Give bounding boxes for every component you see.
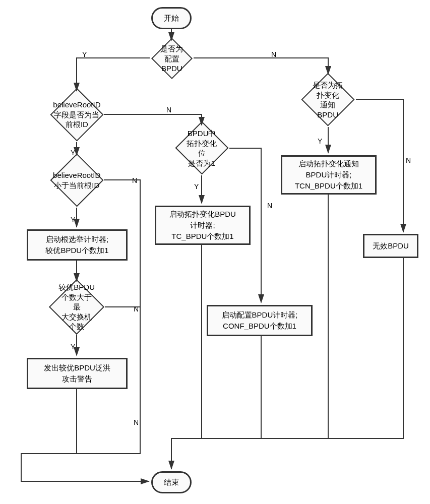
decision-root-id-smaller: believeRootID小于当前根ID (50, 153, 103, 207)
edge-label-y: Y (71, 343, 75, 351)
process-tcn-bpdu-timer: 启动拓扑变化通知BPDU计时器;TCN_BPDU个数加1 (281, 155, 377, 195)
edge-label-y: Y (194, 182, 199, 191)
p5b-label: BPDU计时器; (306, 170, 352, 179)
p4b-label: CONF_BPDU个数加1 (223, 322, 296, 330)
d6b-label: 通知BPDU (318, 100, 339, 119)
p6-label: 无效BPDU (373, 240, 409, 251)
decision-config-bpdu: 是否为配置BPDU (151, 38, 193, 79)
p2a-label: 发出较优BPDU泛洪 (44, 363, 110, 372)
edge-label-n: N (132, 176, 137, 184)
process-invalid-bpdu: 无效BPDU (363, 234, 418, 258)
d6a-label: 是否为拓扑变化 (313, 81, 343, 99)
d2a-label: believeRootID (53, 100, 100, 109)
decision-bpdu-count-max: 较优BPDU个数大于最大交换机个数 (49, 279, 104, 335)
d3a-label: believeRootID (53, 171, 100, 179)
edge-label-y: Y (318, 137, 322, 145)
edge-label-n: N (134, 418, 139, 426)
start-label: 开始 (164, 13, 179, 24)
p3a-label: 启动拓扑变化BPDU (169, 210, 236, 218)
process-tc-bpdu-timer: 启动拓扑变化BPDU计时器;TC_BPDU个数加1 (155, 206, 251, 245)
end-terminal: 结束 (151, 471, 192, 493)
edge-label-n: N (166, 106, 171, 114)
d4a-label: 较优BPDU个数大于最 (58, 283, 95, 311)
edge-label-y: Y (71, 149, 75, 157)
p1a-label: 启动根选举计时器; (46, 235, 108, 243)
p3c-label: TC_BPDU个数加1 (171, 232, 233, 240)
process-conf-bpdu-timer: 启动配置BPDU计时器;CONF_BPDU个数加1 (207, 305, 313, 336)
edge-label-n: N (406, 156, 411, 164)
end-label: 结束 (164, 477, 179, 488)
d2b-label: 字段是否为当前根ID (54, 110, 100, 129)
edge-label-n: N (271, 50, 276, 58)
edge-label-n: N (267, 202, 272, 210)
process-root-election-timer: 启动根选举计时器;较优BPDU个数加1 (27, 229, 128, 261)
d4b-label: 大交换机个数 (62, 312, 92, 331)
p5c-label: TCN_BPDU个数加1 (295, 181, 362, 190)
p3b-label: 计时器; (190, 221, 215, 229)
decision-topology-change-notify: 是否为拓扑变化通知BPDU (301, 73, 354, 126)
edge-label-n: N (134, 305, 139, 313)
edge-label-y: Y (71, 216, 75, 224)
start-terminal: 开始 (151, 7, 192, 29)
d5a-label: BPDU中拓扑变化位 (187, 129, 217, 157)
p1b-label: 较优BPDU个数加1 (45, 246, 108, 255)
process-flood-attack-warning: 发出较优BPDU泛洪攻击警告 (27, 358, 128, 389)
p5a-label: 启动拓扑变化通知 (298, 159, 359, 168)
d1-label: 是否为配置BPDU (161, 44, 183, 73)
d5b-label: 是否为1 (189, 158, 215, 167)
d3b-label: 小于当前根ID (54, 181, 100, 190)
decision-topology-bit: BPDU中拓扑变化位是否为1 (175, 121, 228, 174)
p4a-label: 启动配置BPDU计时器; (222, 310, 298, 319)
p2b-label: 攻击警告 (62, 374, 92, 383)
decision-believe-root-id: believeRootID字段是否为当前根ID (50, 88, 103, 141)
edge-label-y: Y (82, 50, 87, 58)
